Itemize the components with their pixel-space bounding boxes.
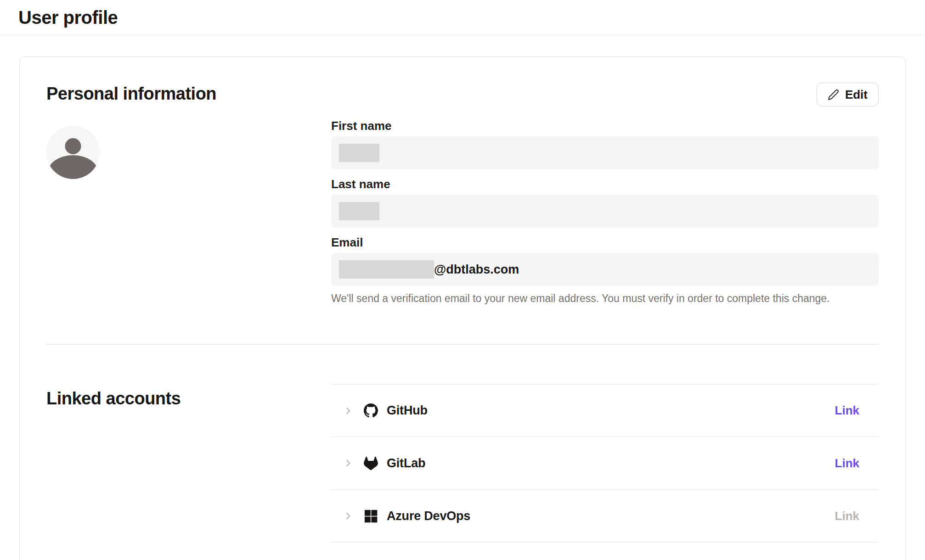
email-field[interactable]: @dbtlabs.com [331, 253, 879, 286]
chevron-right-icon[interactable] [343, 406, 353, 416]
last-name-redacted-value [339, 202, 379, 220]
linked-accounts-section: Linked accounts GitHub Link [46, 345, 879, 543]
linked-account-row-github: GitHub Link [331, 384, 879, 437]
github-link-action[interactable]: Link [835, 403, 859, 418]
linked-account-row-azure-devops: Azure DevOps Link [331, 490, 879, 543]
last-name-label: Last name [331, 178, 879, 190]
account-name: Azure DevOps [387, 509, 470, 523]
edit-button-label: Edit [845, 88, 868, 102]
account-name: GitHub [387, 403, 428, 418]
account-name: GitLab [387, 456, 425, 470]
personal-information-header: Personal information Edit [46, 83, 879, 106]
gitlab-icon [364, 456, 378, 470]
github-icon [364, 403, 378, 418]
page-title: User profile [18, 7, 118, 28]
azure-devops-link-action-disabled: Link [835, 509, 859, 523]
linked-account-row-gitlab: GitLab Link [331, 437, 879, 490]
first-name-label: First name [331, 119, 879, 132]
person-silhouette-icon [46, 173, 100, 180]
chevron-right-icon[interactable] [343, 511, 353, 521]
personal-information-heading: Personal information [46, 83, 216, 105]
email-helper-text: We'll send a verification email to your … [331, 291, 879, 305]
email-redacted-value [339, 260, 434, 279]
personal-information-body: First name Last name Email @dbtlabs.com … [46, 119, 879, 305]
chevron-right-icon[interactable] [343, 458, 353, 468]
edit-button[interactable]: Edit [817, 83, 879, 106]
avatar [46, 126, 100, 179]
top-bar: User profile [0, 0, 925, 36]
first-name-redacted-value [339, 144, 379, 162]
linked-accounts-heading: Linked accounts [46, 387, 331, 409]
last-name-field[interactable] [331, 195, 879, 228]
personal-information-form: First name Last name Email @dbtlabs.com … [331, 119, 879, 305]
email-domain-text: @dbtlabs.com [434, 263, 519, 277]
azure-devops-icon [364, 509, 378, 523]
email-label: Email [331, 236, 879, 249]
profile-card: Personal information Edit [19, 56, 906, 560]
gitlab-link-action[interactable]: Link [835, 456, 859, 470]
first-name-field[interactable] [331, 136, 879, 169]
linked-accounts-list: GitHub Link GitLab Link [331, 384, 879, 543]
pencil-icon [828, 89, 839, 101]
